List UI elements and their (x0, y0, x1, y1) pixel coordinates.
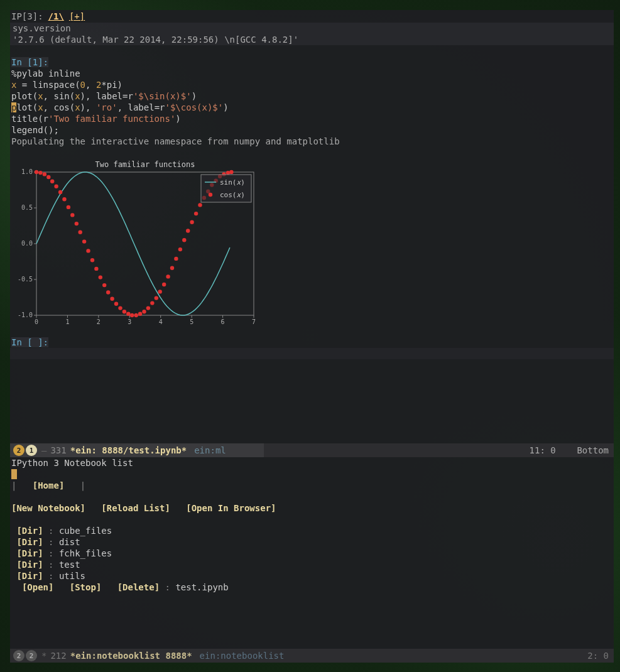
svg-point-32 (50, 180, 54, 183)
svg-point-47 (110, 297, 114, 301)
svg-point-41 (86, 249, 90, 252)
svg-point-42 (90, 258, 94, 262)
svg-point-61 (166, 274, 170, 278)
code-line[interactable]: title(r'Two familiar functions') (10, 113, 614, 124)
emacs-window: IP[3]: /1\ [+] sys.version '2.7.6 (defau… (10, 10, 614, 651)
svg-point-28 (35, 170, 38, 174)
svg-point-57 (150, 301, 154, 305)
svg-point-48 (114, 302, 118, 306)
cell-output-0: sys.version '2.7.6 (default, Mar 22 2014… (10, 23, 614, 45)
major-mode: ein:ml (194, 445, 226, 455)
svg-point-44 (99, 275, 102, 279)
svg-point-65 (182, 238, 186, 242)
svg-point-53 (134, 313, 138, 317)
modeline-top: 2 1 — 331 *ein: 8888/test.ipynb* ein:ml … (10, 443, 614, 457)
svg-point-35 (62, 197, 66, 201)
svg-point-51 (126, 312, 130, 316)
home-link[interactable]: [Home] (33, 480, 65, 490)
svg-point-62 (170, 266, 174, 270)
svg-point-36 (67, 205, 70, 209)
svg-point-49 (118, 306, 122, 310)
winum-badge: 2 (13, 650, 24, 661)
svg-point-60 (162, 283, 166, 286)
chart-output: Two familiar functions01234567-1.0-0.50.… (13, 158, 258, 328)
list-item[interactable]: [Dir] : test (11, 559, 612, 570)
delete-notebook-button[interactable]: [Delete] (117, 582, 160, 592)
svg-point-52 (130, 313, 134, 317)
code-line[interactable]: plot(x, cos(x), 'ro', label=r'$\cos(x)$'… (10, 102, 614, 113)
svg-text:-0.5: -0.5 (18, 276, 33, 283)
svg-point-59 (158, 290, 162, 293)
output-line: Populating the interactive namespace fro… (10, 136, 614, 147)
svg-text:6: 6 (221, 318, 225, 325)
svg-point-40 (82, 239, 86, 243)
reload-list-button[interactable]: [Reload List] (101, 503, 170, 513)
code-line[interactable]: %pylab inline (10, 68, 614, 79)
svg-point-81 (209, 193, 212, 197)
svg-point-31 (46, 175, 50, 179)
list-item[interactable]: [Dir] : cube_files (11, 525, 612, 536)
winum-badge: 1 (26, 445, 37, 456)
list-item[interactable]: [Dir] : fchk_files (11, 548, 612, 559)
tab-new[interactable]: [+] (69, 11, 85, 21)
svg-point-68 (194, 212, 198, 215)
tab-bar: IP[3]: /1\ [+] (10, 10, 614, 23)
svg-point-67 (190, 220, 193, 224)
svg-point-33 (54, 185, 58, 188)
svg-point-39 (79, 230, 82, 234)
list-item[interactable]: [Dir] : utils (11, 570, 612, 582)
new-notebook-button[interactable]: [New Notebook] (11, 503, 85, 513)
modeline-bottom: 2 2 * 212 *ein:notebooklist 8888* ein:no… (10, 649, 614, 663)
cell-prompt: In [1]: (10, 57, 614, 68)
svg-point-55 (142, 310, 146, 313)
winum-badge: 2 (26, 650, 37, 661)
buffer-name[interactable]: *ein:notebooklist 8888* (70, 651, 192, 661)
empty-cell[interactable] (10, 348, 614, 359)
list-item[interactable]: [Dir] : dist (11, 536, 612, 548)
svg-text:0.5: 0.5 (21, 204, 33, 211)
svg-text:2: 2 (97, 318, 101, 325)
svg-point-37 (70, 213, 74, 217)
svg-text:sin(x): sin(x) (220, 178, 245, 187)
svg-text:0: 0 (35, 318, 38, 325)
svg-point-56 (146, 306, 150, 310)
svg-text:5: 5 (190, 318, 193, 325)
svg-text:1.0: 1.0 (21, 168, 33, 175)
cell-prompt: In [ ]: (10, 337, 614, 348)
svg-point-69 (198, 203, 202, 207)
svg-text:Two familiar functions: Two familiar functions (95, 160, 195, 169)
svg-point-77 (229, 170, 233, 174)
nb-list-title: IPython 3 Notebook list (11, 457, 612, 469)
svg-point-63 (174, 257, 178, 261)
svg-point-30 (43, 172, 46, 176)
svg-point-54 (138, 312, 142, 316)
major-mode: ein:notebooklist (200, 651, 285, 661)
buffer-name[interactable]: *ein: 8888/test.ipynb* (70, 445, 187, 455)
svg-point-64 (178, 247, 182, 251)
output-line: sys.version (11, 23, 612, 34)
output-line: '2.7.6 (default, Mar 22 2014, 22:59:56) … (11, 34, 612, 45)
svg-text:1: 1 (65, 318, 69, 325)
svg-point-50 (122, 310, 126, 313)
svg-point-46 (106, 290, 110, 294)
code-line[interactable]: x = linspace(0, 2*pi) (10, 79, 614, 90)
svg-text:3: 3 (128, 318, 131, 325)
pane-notebook[interactable]: sys.version '2.7.6 (default, Mar 22 2014… (10, 23, 614, 443)
svg-text:cos(x): cos(x) (220, 191, 245, 199)
code-line[interactable]: legend(); (10, 124, 614, 136)
svg-text:4: 4 (159, 318, 163, 325)
open-notebook-button[interactable]: [Open] (22, 582, 54, 592)
svg-point-29 (38, 171, 42, 175)
tab-active[interactable]: /1\ (48, 11, 64, 21)
open-in-browser-button[interactable]: [Open In Browser] (186, 503, 276, 513)
svg-point-76 (226, 171, 230, 175)
cursor (11, 469, 17, 479)
notebook-filename: test.ipynb (175, 582, 228, 592)
svg-point-34 (58, 190, 62, 194)
svg-point-58 (155, 296, 158, 300)
stop-notebook-button[interactable]: [Stop] (70, 582, 102, 592)
svg-point-66 (186, 229, 190, 232)
code-line[interactable]: plot(x, sin(x), label=r'$\sin(x)$') (10, 90, 614, 102)
pane-notebooklist[interactable]: IPython 3 Notebook list | [Home] | [New … (10, 457, 614, 649)
svg-point-45 (102, 283, 106, 287)
